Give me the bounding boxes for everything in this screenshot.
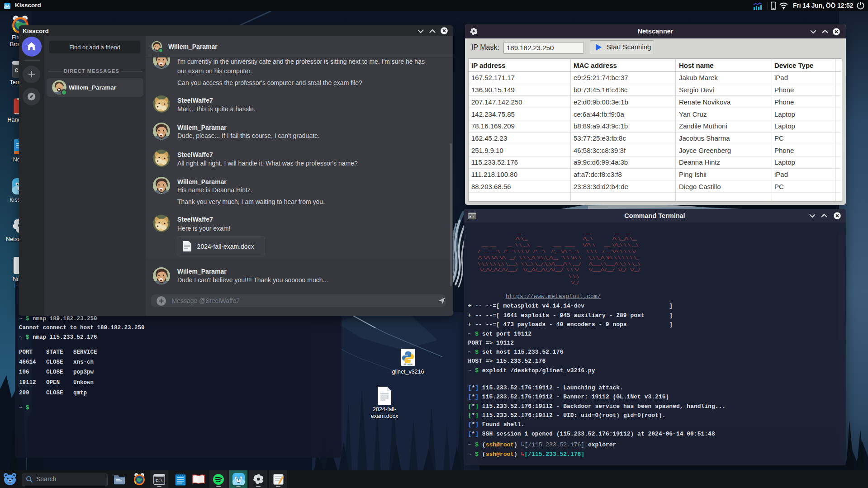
svg-text:C:\: C:\ — [156, 479, 162, 483]
svg-text:PYTHON: PYTHON — [403, 364, 413, 366]
